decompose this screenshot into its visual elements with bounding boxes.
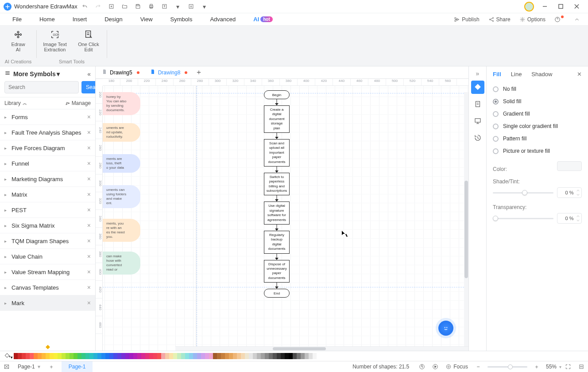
- open-icon[interactable]: [119, 1, 131, 12]
- process-node[interactable]: Regularly backup digital documents: [264, 231, 290, 254]
- color-swatch[interactable]: [14, 353, 18, 359]
- color-swatch[interactable]: [85, 353, 89, 359]
- color-swatch[interactable]: [261, 353, 265, 359]
- add-page-button[interactable]: ＋: [45, 361, 58, 372]
- color-swatch[interactable]: [34, 353, 38, 359]
- color-swatch[interactable]: [289, 353, 293, 359]
- search-input[interactable]: [4, 81, 79, 93]
- color-swatch[interactable]: [245, 353, 249, 359]
- color-swatch[interactable]: [89, 353, 93, 359]
- color-swatch[interactable]: [201, 353, 205, 359]
- color-swatch[interactable]: [173, 353, 177, 359]
- canvas-note[interactable]: uments are nd update, roductivity.: [103, 123, 140, 142]
- color-swatch[interactable]: [121, 353, 125, 359]
- fill-option[interactable]: No fill: [493, 83, 582, 95]
- maximize-button[interactable]: [553, 0, 569, 13]
- menu-advanced[interactable]: Advanced: [201, 13, 244, 26]
- tab-drawing5[interactable]: Drawing5: [97, 67, 144, 78]
- color-swatch[interactable]: [233, 353, 237, 359]
- color-swatch[interactable]: [209, 353, 213, 359]
- color-swatch[interactable]: [205, 353, 209, 359]
- color-swatch[interactable]: [249, 353, 253, 359]
- process-node[interactable]: Create a digital document storage plan: [264, 105, 290, 133]
- page-tab[interactable]: Page-1: [62, 361, 93, 372]
- color-swatch[interactable]: [241, 353, 245, 359]
- canvas-note[interactable]: honey by You can also by sending documen…: [103, 92, 140, 115]
- library-category[interactable]: ▸Value Chain×: [0, 249, 95, 264]
- library-category[interactable]: ▸Canvas Templates×: [0, 280, 95, 295]
- color-swatch[interactable]: [153, 353, 157, 359]
- color-swatch[interactable]: [221, 353, 225, 359]
- color-swatch[interactable]: [125, 353, 129, 359]
- page-tool-icon[interactable]: [471, 97, 484, 111]
- close-icon[interactable]: ×: [87, 299, 91, 306]
- flowchart[interactable]: Begin Create a digital document storage …: [264, 90, 290, 298]
- close-icon[interactable]: ×: [87, 284, 91, 291]
- transparency-value[interactable]: 0 %: [557, 213, 582, 224]
- close-icon[interactable]: ×: [87, 253, 91, 260]
- h-scrollbar[interactable]: [175, 346, 468, 351]
- line-tab[interactable]: Line: [511, 71, 522, 78]
- publish-button[interactable]: Publish: [449, 16, 484, 23]
- terminator-end[interactable]: End: [264, 289, 290, 298]
- color-swatch[interactable]: [133, 353, 137, 359]
- expand-icon[interactable]: »: [476, 70, 480, 77]
- canvas-note[interactable]: ments, you re with an es the need you.: [103, 219, 140, 242]
- menu-insert[interactable]: Insert: [64, 13, 96, 26]
- color-swatch[interactable]: [113, 353, 117, 359]
- focus-button[interactable]: Focus: [445, 364, 468, 370]
- color-swatch[interactable]: [58, 353, 62, 359]
- color-swatch[interactable]: [129, 353, 133, 359]
- v-scrollbar[interactable]: [464, 92, 468, 346]
- menu-symbols[interactable]: Symbols: [162, 13, 201, 26]
- manage-button[interactable]: Manage: [65, 100, 91, 106]
- undo-icon[interactable]: [79, 1, 91, 12]
- history-tool-icon[interactable]: [471, 131, 484, 144]
- color-swatch[interactable]: [169, 353, 173, 359]
- library-category[interactable]: ▸Forms×: [0, 109, 95, 125]
- color-swatch[interactable]: [225, 353, 229, 359]
- close-icon[interactable]: ×: [87, 144, 91, 151]
- library-category[interactable]: ▸Fault Tree Analysis Shapes×: [0, 125, 95, 140]
- color-swatch[interactable]: [557, 161, 582, 171]
- outline-view-icon[interactable]: [0, 361, 13, 372]
- fill-option[interactable]: Gradient fill: [493, 108, 582, 120]
- play-icon[interactable]: [429, 361, 442, 372]
- menu-home[interactable]: Home: [31, 13, 64, 26]
- library-category[interactable]: ▸TQM Diagram Shapes×: [0, 233, 95, 249]
- library-category[interactable]: ▸Mark×: [0, 295, 95, 311]
- color-swatch[interactable]: [285, 353, 289, 359]
- canvas-note[interactable]: can make hose with converted read or: [103, 252, 140, 275]
- tab-drawing8[interactable]: Drawing8: [146, 67, 192, 78]
- color-swatch[interactable]: [18, 353, 22, 359]
- color-swatch[interactable]: [189, 353, 193, 359]
- close-icon[interactable]: ×: [87, 222, 91, 229]
- search-button[interactable]: Search: [81, 81, 96, 93]
- color-swatch[interactable]: [265, 353, 269, 359]
- color-swatch[interactable]: [137, 353, 141, 359]
- minimize-button[interactable]: [537, 0, 553, 13]
- color-swatch[interactable]: [149, 353, 153, 359]
- color-swatch[interactable]: [157, 353, 161, 359]
- fit-page-icon[interactable]: [561, 361, 575, 372]
- color-swatch[interactable]: [273, 353, 277, 359]
- color-swatch[interactable]: [22, 353, 26, 359]
- close-icon[interactable]: ×: [87, 191, 91, 198]
- color-swatch[interactable]: [309, 353, 313, 359]
- zoom-out-button[interactable]: −: [472, 361, 485, 372]
- color-swatch[interactable]: [257, 353, 261, 359]
- compass-icon[interactable]: [415, 361, 429, 372]
- color-swatch[interactable]: [281, 353, 285, 359]
- color-swatch[interactable]: [97, 353, 101, 359]
- color-palette[interactable]: [14, 353, 321, 359]
- library-category[interactable]: ▸Funnel×: [0, 156, 95, 171]
- menu-view[interactable]: View: [132, 13, 162, 26]
- color-swatch[interactable]: [177, 353, 181, 359]
- close-icon[interactable]: ×: [87, 268, 91, 275]
- color-swatch[interactable]: [165, 353, 169, 359]
- color-swatch[interactable]: [42, 353, 46, 359]
- library-category[interactable]: ▸Five Forces Diagram×: [0, 140, 95, 156]
- hamburger-icon[interactable]: [4, 70, 11, 78]
- process-node[interactable]: Switch to paperless billing and subscrip…: [264, 173, 290, 196]
- color-swatch[interactable]: [229, 353, 233, 359]
